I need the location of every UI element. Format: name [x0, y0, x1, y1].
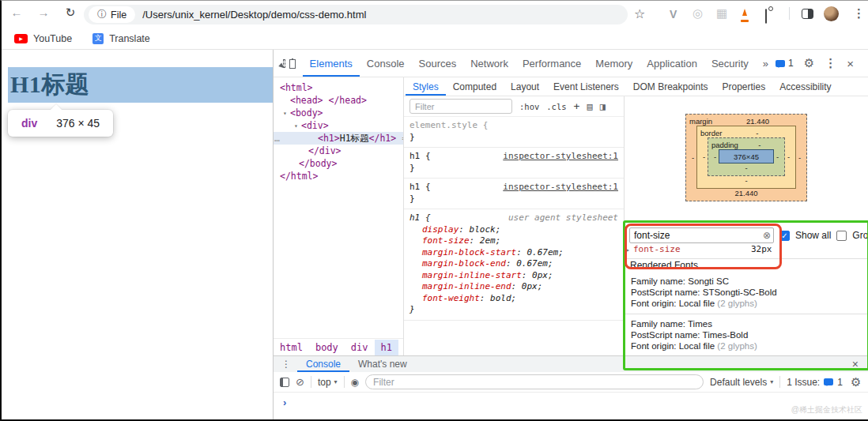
- tab-performance[interactable]: Performance: [515, 50, 588, 77]
- dom-node-html[interactable]: <html>: [274, 81, 403, 94]
- breadcrumb-html[interactable]: html: [274, 340, 309, 355]
- tab-sources[interactable]: Sources: [412, 50, 464, 77]
- url-text[interactable]: /Users/unix_kernel/Desktop/demo/css-demo…: [142, 9, 366, 21]
- info-icon[interactable]: ⓘ: [97, 8, 107, 21]
- box-model-padding[interactable]: padding- - 376×45 - -: [708, 137, 785, 176]
- breadcrumb-body[interactable]: body: [309, 340, 345, 355]
- style-rule-h1-1[interactable]: inspector-stylesheet:1 h1 { }: [404, 148, 624, 179]
- dom-node-div[interactable]: ▾<div>: [274, 119, 403, 132]
- tab-application[interactable]: Application: [640, 50, 704, 77]
- tab-properties[interactable]: Properties: [715, 77, 773, 96]
- execution-context-select[interactable]: top ▾: [318, 377, 338, 388]
- border-bottom-value[interactable]: -: [745, 176, 747, 185]
- tab-console[interactable]: Console: [360, 50, 412, 77]
- drawer-tab-whats-new[interactable]: What's new: [349, 356, 416, 372]
- tab-network[interactable]: Network: [463, 50, 515, 77]
- console-issues-counter[interactable]: 1 Issue: 1: [787, 377, 843, 388]
- expand-arrow-icon[interactable]: ▾: [283, 107, 290, 120]
- group-checkbox[interactable]: [836, 231, 847, 241]
- forward-icon[interactable]: →: [35, 6, 52, 19]
- box-model-border[interactable]: border- - padding- - 376×45: [696, 126, 796, 189]
- toggle-pseudo-button[interactable]: :hov: [519, 102, 539, 111]
- computed-property-name[interactable]: font-size: [633, 244, 681, 254]
- clear-filter-icon[interactable]: ⊗: [763, 230, 771, 241]
- device-toolbar-icon[interactable]: [292, 58, 293, 68]
- padding-top-value[interactable]: -: [738, 141, 781, 149]
- drawer-close-icon[interactable]: ×: [852, 358, 868, 370]
- padding-bottom-value[interactable]: -: [745, 164, 747, 172]
- padding-left-value[interactable]: -: [711, 152, 719, 161]
- css-property[interactable]: margin-inline-start0px;: [409, 270, 618, 282]
- issues-counter[interactable]: 1: [776, 58, 794, 69]
- tab-event-listeners[interactable]: Event Listeners: [546, 77, 626, 96]
- rendering-emulation-icon[interactable]: ▤: [587, 101, 592, 112]
- log-levels-select[interactable]: Default levels ▾: [710, 377, 773, 388]
- extension-cast-icon[interactable]: ◎: [693, 6, 703, 21]
- css-property[interactable]: margin-inline-end0px;: [409, 281, 618, 293]
- tab-accessibility[interactable]: Accessibility: [772, 77, 838, 96]
- reload-icon[interactable]: ↻: [62, 6, 79, 20]
- console-settings-icon[interactable]: ⚙: [851, 375, 861, 389]
- clear-console-icon[interactable]: ⊘: [296, 376, 304, 388]
- settings-gear-icon[interactable]: ⚙: [804, 56, 814, 70]
- css-property[interactable]: font-weightbold;: [409, 293, 618, 305]
- dom-node-head[interactable]: <head> </head>: [274, 94, 403, 107]
- side-panel-icon[interactable]: [802, 9, 813, 19]
- css-property[interactable]: margin-block-start0.67em;: [409, 247, 618, 259]
- tab-memory[interactable]: Memory: [588, 50, 640, 77]
- padding-right-value[interactable]: -: [774, 152, 781, 161]
- border-top-value[interactable]: -: [722, 129, 792, 137]
- inspect-element-icon[interactable]: [283, 59, 285, 68]
- console-filter-input[interactable]: [365, 374, 704, 389]
- extensions-icon[interactable]: [765, 9, 767, 24]
- box-model-diagram[interactable]: margin21.440 - border- - padding-: [685, 114, 807, 201]
- box-model-margin[interactable]: margin21.440 - border- - padding-: [685, 114, 807, 201]
- tab-styles[interactable]: Styles: [406, 77, 446, 96]
- expand-arrow-icon[interactable]: ▾: [294, 120, 301, 133]
- css-property[interactable]: font-size2em;: [409, 235, 618, 247]
- margin-bottom-value[interactable]: 21.440: [734, 189, 757, 197]
- computed-filter-input[interactable]: [629, 227, 774, 243]
- margin-right-value[interactable]: -: [796, 153, 803, 162]
- dom-node-body-close[interactable]: </body>: [274, 157, 403, 170]
- stylesheet-link[interactable]: inspector-stylesheet:1: [503, 151, 618, 163]
- devtools-close-icon[interactable]: ×: [847, 57, 854, 70]
- live-expression-icon[interactable]: ◉: [351, 377, 359, 388]
- bookmark-translate[interactable]: 文 Translate: [92, 33, 150, 44]
- css-property[interactable]: margin-block-end0.67em;: [409, 258, 618, 270]
- back-icon[interactable]: ←: [8, 6, 25, 19]
- border-left-value[interactable]: -: [700, 152, 708, 161]
- expand-property-icon[interactable]: ▸: [626, 246, 629, 254]
- dom-node-div-close[interactable]: </div>: [274, 145, 403, 157]
- style-rule-element[interactable]: element.style { }: [404, 117, 624, 148]
- address-bar[interactable]: ⓘ File /Users/unix_kernel/Desktop/demo/c…: [84, 5, 628, 24]
- breadcrumb-div[interactable]: div: [345, 340, 375, 355]
- browser-menu-icon[interactable]: ⋮: [853, 6, 865, 21]
- drawer-tab-console[interactable]: Console: [297, 356, 349, 372]
- console-sidebar-icon[interactable]: [280, 378, 289, 387]
- dom-node-body[interactable]: ▾<body>: [274, 107, 403, 119]
- bookmark-star-icon[interactable]: ☆: [634, 6, 645, 21]
- styles-filter-input[interactable]: [409, 99, 512, 114]
- console-prompt[interactable]: ›: [274, 393, 868, 408]
- tab-layout[interactable]: Layout: [504, 77, 546, 96]
- style-rule-user-agent[interactable]: user agent stylesheet h1 { displayblock;…: [404, 209, 624, 321]
- extension-grid-icon[interactable]: ▦: [716, 6, 727, 21]
- box-model-content[interactable]: 376×45: [719, 149, 774, 164]
- show-all-checkbox[interactable]: ✓: [779, 231, 790, 241]
- margin-left-value[interactable]: -: [689, 153, 696, 162]
- node-menu-icon[interactable]: …: [274, 132, 279, 145]
- css-property[interactable]: displayblock;: [409, 224, 618, 236]
- toggle-class-button[interactable]: .cls: [546, 102, 566, 111]
- dom-node-html-close[interactable]: </html>: [274, 170, 403, 182]
- stylesheet-link[interactable]: inspector-stylesheet:1: [503, 182, 618, 194]
- dom-node-h1-selected[interactable]: … <h1>H1标题</h1> == $0: [274, 132, 403, 145]
- border-right-value[interactable]: -: [785, 152, 792, 161]
- tab-security[interactable]: Security: [704, 50, 756, 77]
- style-rule-h1-2[interactable]: inspector-stylesheet:1 h1 { }: [404, 179, 624, 209]
- extension-v-icon[interactable]: V: [670, 8, 677, 21]
- drawer-menu-icon[interactable]: ⋮: [274, 359, 297, 370]
- bookmark-youtube[interactable]: ▶ YouTube: [14, 33, 72, 44]
- margin-top-value[interactable]: 21.440: [712, 117, 803, 126]
- tab-dom-breakpoints[interactable]: DOM Breakpoints: [626, 77, 715, 96]
